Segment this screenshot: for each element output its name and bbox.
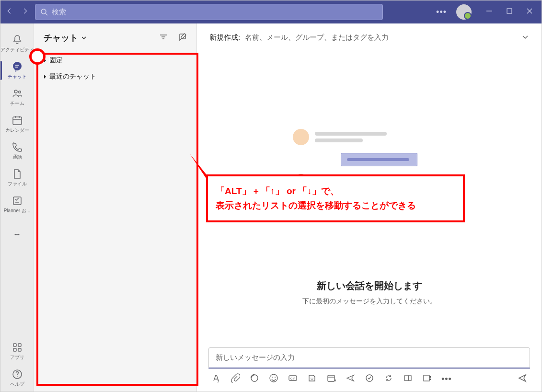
svg-point-0 [41, 9, 46, 14]
schedule-button[interactable]: + [326, 373, 336, 385]
new-chat-button[interactable] [178, 33, 187, 43]
group-label: 固定 [49, 56, 63, 65]
update-button[interactable] [384, 373, 393, 385]
group-label: 最近のチャット [49, 72, 96, 81]
rail-help[interactable]: ヘルプ [0, 365, 34, 392]
compose-toolbar: GIF + ••• [208, 373, 530, 385]
apps-icon [12, 342, 23, 353]
search-icon [40, 8, 48, 16]
rail-more[interactable]: ••• [0, 221, 34, 248]
rail-calendar[interactable]: カレンダー [0, 111, 34, 138]
maximize-button[interactable] [506, 8, 513, 16]
file-icon [12, 168, 23, 180]
bell-icon [12, 34, 23, 46]
titlebar-right: ••• [436, 4, 536, 20]
new-chat-label: 新規作成: [209, 33, 240, 42]
viva-button[interactable] [403, 373, 413, 385]
rail-label: アプリ [10, 354, 24, 361]
empty-subtitle: 下に最初のメッセージを入力してください。 [302, 297, 437, 306]
settings-more-icon[interactable]: ••• [436, 7, 447, 17]
svg-rect-19 [13, 348, 16, 351]
close-button[interactable] [526, 8, 533, 16]
message-input[interactable]: 新しいメッセージの入力 [208, 347, 530, 369]
rail-label: チャット [8, 73, 27, 80]
svg-rect-42 [429, 379, 431, 380]
sticker-button[interactable] [307, 373, 317, 385]
title-bar: 検索 ••• [0, 0, 542, 23]
rail-label: Planner お... [4, 208, 31, 214]
main-pane: 新規作成: 名前、メール、グループ、またはタグを入力 新しい会話を開始します 下… [197, 23, 542, 392]
attach-button[interactable] [231, 373, 240, 385]
svg-point-10 [18, 91, 21, 93]
svg-rect-38 [404, 376, 408, 380]
stream-button[interactable] [346, 373, 355, 385]
svg-rect-40 [424, 375, 429, 381]
chat-group-pinned[interactable]: 固定 [34, 52, 196, 69]
help-icon [12, 369, 23, 380]
empty-chat-illustration [293, 129, 446, 198]
svg-rect-3 [507, 9, 512, 13]
window-controls [486, 8, 533, 16]
compose-area: 新しいメッセージの入力 GIF + ••• [197, 341, 542, 392]
emoji-button[interactable] [269, 373, 278, 385]
send-button[interactable] [518, 373, 527, 385]
recipients-input[interactable]: 名前、メール、グループ、またはタグを入力 [245, 33, 389, 42]
chat-group-recent[interactable]: 最近のチャット [34, 69, 196, 85]
message-placeholder: 新しいメッセージの入力 [216, 353, 295, 362]
phone-icon [12, 141, 23, 153]
back-button[interactable] [6, 8, 13, 16]
search-input[interactable]: 検索 [35, 4, 383, 20]
empty-title: 新しい会話を開始します [317, 279, 422, 292]
caret-right-icon [43, 58, 47, 63]
svg-point-6 [13, 62, 22, 70]
profile-avatar[interactable] [456, 4, 472, 20]
rail-files[interactable]: ファイル [0, 164, 34, 191]
loop-button[interactable] [250, 373, 259, 385]
filter-button[interactable] [159, 33, 168, 43]
svg-point-32 [311, 378, 311, 379]
svg-rect-18 [18, 344, 21, 346]
chat-list-header: チャット [34, 23, 196, 52]
svg-point-33 [312, 378, 313, 379]
chat-icon [12, 61, 23, 72]
teams-icon [12, 88, 23, 99]
rail-label: ファイル [8, 181, 27, 187]
rail-activity[interactable]: アクティビティ [0, 30, 34, 57]
chat-list-title[interactable]: チャット [44, 32, 87, 44]
rail-label: カレンダー [5, 127, 29, 134]
svg-rect-34 [328, 375, 334, 381]
rail-chat[interactable]: チャット [0, 57, 34, 84]
planner-icon [12, 195, 23, 207]
forward-button[interactable] [22, 8, 28, 16]
gif-button[interactable]: GIF [288, 373, 298, 385]
onenote-button[interactable] [422, 373, 432, 385]
svg-point-29 [275, 377, 276, 378]
svg-rect-15 [13, 197, 21, 205]
chat-list-panel: チャット 固定 最近のチャット [34, 23, 197, 392]
rail-label: アクティビティ [0, 46, 34, 53]
rail-calls[interactable]: 通話 [0, 138, 34, 164]
svg-rect-20 [18, 348, 21, 351]
app-rail: アクティビティ チャット チーム カレンダー 通話 ファイル Planner お… [0, 23, 34, 392]
compose-more-button[interactable]: ••• [441, 374, 452, 384]
rail-apps[interactable]: アプリ [0, 338, 34, 365]
svg-rect-41 [429, 376, 431, 378]
search-placeholder: 検索 [52, 8, 66, 17]
calendar-icon [12, 115, 23, 126]
svg-point-28 [272, 377, 273, 378]
svg-rect-17 [13, 344, 16, 346]
svg-point-22 [17, 376, 18, 377]
expand-recipients-button[interactable] [521, 33, 529, 42]
svg-rect-39 [408, 376, 411, 380]
rail-label: ヘルプ [10, 381, 24, 388]
approvals-button[interactable] [365, 373, 374, 385]
svg-line-1 [46, 13, 47, 15]
minimize-button[interactable] [486, 8, 493, 16]
format-button[interactable] [211, 373, 221, 385]
rail-label: チーム [10, 100, 24, 107]
rail-planner[interactable]: Planner お... [0, 191, 34, 218]
rail-label: 通話 [12, 154, 22, 161]
rail-teams[interactable]: チーム [0, 84, 34, 111]
chevron-down-icon [81, 35, 87, 41]
caret-right-icon [43, 74, 47, 79]
